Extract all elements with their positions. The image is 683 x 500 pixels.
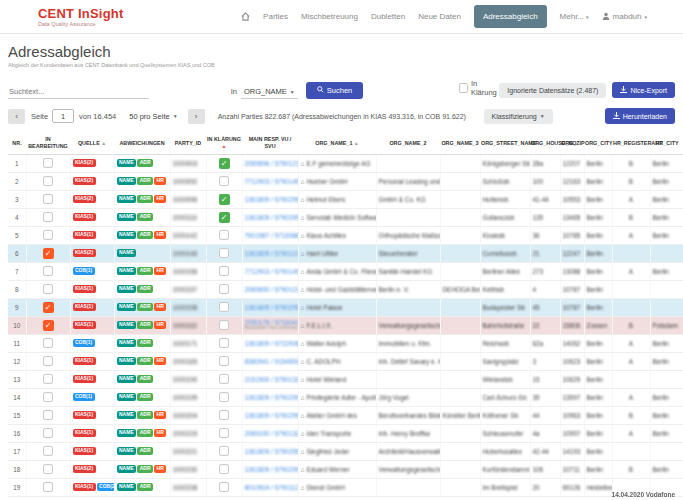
main-resp-link[interactable]: 2151900 / 5790132 bbox=[245, 376, 299, 383]
in-bearbeitung-checkbox[interactable] bbox=[43, 176, 53, 186]
table-row[interactable]: 13KIAS(1)NAMEADR10001902151900 / 5790132… bbox=[8, 370, 683, 388]
ignored-records-button[interactable]: Ignorierte Datensätze (2.487) bbox=[499, 83, 606, 98]
main-resp-link[interactable]: 1361809 / 5790295 bbox=[245, 394, 299, 401]
main-resp-link[interactable]: 1361809 / 5790295 bbox=[245, 214, 299, 221]
next-page-button[interactable]: › bbox=[188, 109, 205, 124]
table-row[interactable]: 18KIAS(2)NAMEADRHR10002301361809 / 57902… bbox=[8, 460, 683, 478]
table-row[interactable]: 2KIAS(2)NAMEADRHR10000927712903 / 579014… bbox=[8, 172, 683, 190]
main-resp-link[interactable]: 8380941 / 9154893 bbox=[245, 358, 299, 365]
in-klaerung-row-checkbox[interactable] bbox=[219, 266, 229, 276]
table-row[interactable]: 3KIAS(2)NAMEADRHR1000096✓1361809 / 57902… bbox=[8, 190, 683, 208]
main-resp-link[interactable]: 7901987 / 9716988 bbox=[245, 232, 299, 239]
table-row[interactable]: 7COB(1)NAMEADRHR10001567712903 / 5790149… bbox=[8, 262, 683, 280]
column-header-in-kl-rung[interactable]: IN KLÄRUNG ▲ bbox=[206, 133, 242, 154]
in-klaerung-row-checkbox[interactable] bbox=[219, 428, 229, 438]
table-row[interactable]: 19KIAS(1)COB(2)NAMEADR10002388010904 / 5… bbox=[8, 478, 683, 496]
home-icon[interactable] bbox=[241, 12, 250, 21]
in-klaerung-row-checkbox[interactable] bbox=[219, 320, 229, 330]
per-page-select[interactable]: 50 pro Seite ▼ bbox=[126, 110, 180, 123]
in-bearbeitung-checkbox[interactable] bbox=[43, 392, 53, 402]
in-bearbeitung-checkbox[interactable] bbox=[43, 356, 53, 366]
table-row[interactable]: 6✓KIAS(2)NAME10001461361809 / 5790121⌂Ha… bbox=[8, 244, 683, 262]
nice-export-button[interactable]: Nice-Export bbox=[612, 82, 675, 98]
in-klaerung-row-checkbox[interactable]: ✓ bbox=[219, 212, 230, 223]
main-resp-link[interactable]: 1361809 / 5790295 bbox=[245, 196, 299, 203]
table-row[interactable]: 1KIAS(2)NAMEADR1000003✓2089696 / 5790121… bbox=[8, 154, 683, 172]
table-row[interactable]: 4KIAS(1)NAMEADR1000116✓1361809 / 5790295… bbox=[8, 208, 683, 226]
column-header-org-name-1[interactable]: ORG_NAME_1 ▲ bbox=[298, 133, 376, 154]
main-resp-link[interactable]: 1361809 / 5790295 bbox=[245, 412, 299, 419]
main-resp-link[interactable]: 2089696 / 5790121 bbox=[245, 160, 299, 167]
in-klaerung-row-checkbox[interactable] bbox=[219, 374, 229, 384]
in-klaerung-row-checkbox[interactable]: ✓ bbox=[219, 194, 230, 205]
in-bearbeitung-checkbox[interactable] bbox=[43, 338, 53, 348]
in-bearbeitung-checkbox[interactable] bbox=[43, 374, 53, 384]
klassifizierung-button[interactable]: Klassifizierung ▼ bbox=[484, 109, 553, 124]
download-button[interactable]: Herunterladen bbox=[605, 108, 675, 124]
in-klaerung-row-checkbox[interactable] bbox=[219, 356, 229, 366]
in-bearbeitung-checkbox[interactable] bbox=[43, 428, 53, 438]
nav-item-dubletten[interactable]: Dubletten bbox=[371, 12, 405, 21]
in-bearbeitung-checkbox[interactable]: ✓ bbox=[43, 302, 54, 313]
table-row[interactable]: 16KIAS(1)NAMEADRHR10002152089190 / 57901… bbox=[8, 424, 683, 442]
main-resp-link[interactable]: 2089690 / 5790121 bbox=[245, 286, 299, 293]
cell-org-name-1: ⌂Siegfried Jeder bbox=[298, 442, 376, 460]
user-menu[interactable]: mabduh ▾ bbox=[602, 12, 647, 22]
in-bearbeitung-checkbox[interactable]: ✓ bbox=[43, 248, 54, 259]
main-resp-link[interactable]: 2089190 / 5790132 bbox=[245, 430, 299, 437]
table-row[interactable]: 9✓KIAS(1)NAMEADRHR10001581361809 / 57902… bbox=[8, 298, 683, 316]
main-resp-link[interactable]: 1361809 / 5790295 bbox=[245, 304, 299, 311]
in-klaerung-row-checkbox[interactable] bbox=[219, 392, 229, 402]
table-row[interactable]: 10✓KIAS(1)NAMEADRHR10001627090175 / 9716… bbox=[8, 316, 683, 334]
table-row[interactable]: 8KIAS(1)NAMEADR10001572089690 / 5790121⌂… bbox=[8, 280, 683, 298]
main-resp-link[interactable]: 1361809 / 5790295 bbox=[245, 466, 299, 473]
in-bearbeitung-checkbox[interactable] bbox=[43, 410, 53, 420]
in-bearbeitung-checkbox[interactable] bbox=[43, 158, 53, 168]
in-bearbeitung-checkbox[interactable] bbox=[43, 212, 53, 222]
in-bearbeitung-checkbox[interactable] bbox=[43, 446, 53, 456]
main-resp-link[interactable]: 1361809 / 9722908 bbox=[245, 340, 299, 347]
app-logo[interactable]: CENT InSight Data Quality Assurance bbox=[38, 7, 123, 27]
in-klaerung-row-checkbox[interactable] bbox=[219, 230, 229, 240]
main-resp-link[interactable]: 7712903 / 5790149 bbox=[245, 268, 299, 275]
table-row[interactable]: 14COB(1)NAMEADR10001991361809 / 5790295⌂… bbox=[8, 388, 683, 406]
in-klaerung-row-checkbox[interactable] bbox=[219, 410, 229, 420]
main-resp-link[interactable]: 1361809 / 5790295 bbox=[245, 448, 299, 455]
search-field-select[interactable]: ORG_NAME ▼ bbox=[241, 85, 298, 99]
in-klaerung-row-checkbox[interactable]: ✓ bbox=[219, 158, 230, 169]
table-row[interactable]: 17KIAS(1)NAMEADR10002211361809 / 5790295… bbox=[8, 442, 683, 460]
in-bearbeitung-checkbox[interactable] bbox=[43, 482, 53, 492]
in-klaerung-row-checkbox[interactable] bbox=[219, 464, 229, 474]
nav-item-adressabgleich[interactable]: Adressabgleich bbox=[474, 5, 547, 28]
table-row[interactable]: 15KIAS(1)NAMEADRHR10002041361809 / 57902… bbox=[8, 406, 683, 424]
in-bearbeitung-checkbox[interactable] bbox=[43, 230, 53, 240]
in-klaerung-row-checkbox[interactable] bbox=[219, 284, 229, 294]
table-row[interactable]: 5KIAS(1)NAMEADRHR10001427901987 / 971698… bbox=[8, 226, 683, 244]
main-resp-link[interactable]: 1361809 / 5790121 bbox=[245, 250, 299, 257]
search-button[interactable]: Suchen bbox=[306, 82, 363, 99]
in-klaerung-row-checkbox[interactable] bbox=[219, 482, 229, 492]
main-resp-link[interactable]: 7712903 / 5790149 bbox=[245, 178, 299, 185]
in-klaerung-row-checkbox[interactable] bbox=[219, 176, 229, 186]
nav-item-mehr[interactable]: Mehr...▾ bbox=[560, 12, 589, 21]
table-row[interactable]: 12KIAS(1)NAMEADRHR10001838380941 / 91548… bbox=[8, 352, 683, 370]
in-klaerung-row-checkbox[interactable] bbox=[219, 302, 229, 312]
in-bearbeitung-checkbox[interactable] bbox=[43, 284, 53, 294]
search-input[interactable] bbox=[8, 85, 149, 99]
nav-item-neue-daten[interactable]: Neue Daten bbox=[418, 12, 461, 21]
in-bearbeitung-checkbox[interactable] bbox=[43, 194, 53, 204]
prev-page-button[interactable]: ‹ bbox=[8, 109, 25, 124]
table-row[interactable]: 11COB(1)NAMEADR10001711361809 / 9722908⌂… bbox=[8, 334, 683, 352]
in-bearbeitung-checkbox[interactable] bbox=[43, 464, 53, 474]
nav-item-parties[interactable]: Parties bbox=[263, 12, 288, 21]
in-klaerung-row-checkbox[interactable] bbox=[219, 248, 229, 258]
in-klaerung-row-checkbox[interactable] bbox=[219, 446, 229, 456]
in-klaerung-checkbox[interactable] bbox=[459, 83, 468, 93]
in-klaerung-row-checkbox[interactable] bbox=[219, 338, 229, 348]
column-header-quelle[interactable]: QUELLE ▲ bbox=[70, 133, 114, 154]
in-bearbeitung-checkbox[interactable] bbox=[43, 266, 53, 276]
nav-item-mischbetreuung[interactable]: Mischbetreuung bbox=[301, 12, 358, 21]
in-bearbeitung-checkbox[interactable]: ✓ bbox=[43, 320, 54, 331]
main-resp-link[interactable]: 8010904 / 5790112 bbox=[245, 484, 299, 491]
page-number-input[interactable] bbox=[52, 109, 74, 123]
